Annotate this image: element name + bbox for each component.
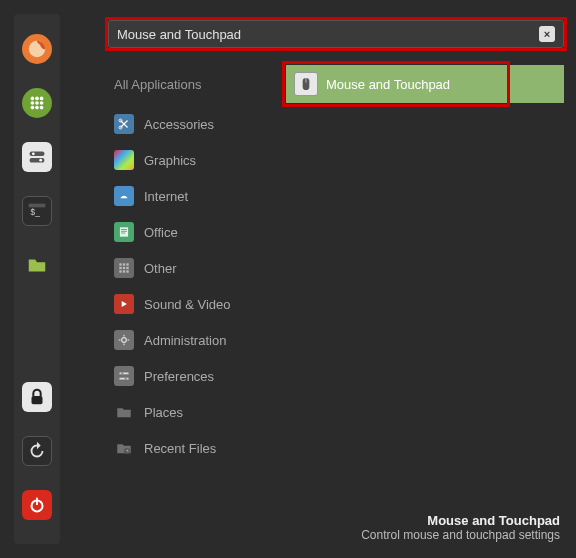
svg-rect-27 <box>126 263 128 265</box>
firefox-icon[interactable] <box>22 34 52 64</box>
category-label: Recent Files <box>144 441 216 456</box>
svg-rect-11 <box>30 158 45 163</box>
svg-rect-31 <box>119 270 121 272</box>
category-accessories[interactable]: Accessories <box>114 106 294 142</box>
category-list: All Applications Accessories Graphics In… <box>114 66 294 466</box>
svg-point-6 <box>40 101 44 105</box>
svg-point-41 <box>121 372 123 374</box>
preferences-icon <box>114 366 134 386</box>
svg-point-2 <box>35 97 39 101</box>
admin-icon <box>114 330 134 350</box>
svg-rect-28 <box>119 267 121 269</box>
apps-icon[interactable] <box>22 88 52 118</box>
mouse-icon <box>294 72 318 96</box>
svg-rect-30 <box>126 267 128 269</box>
svg-point-12 <box>32 152 35 155</box>
svg-rect-21 <box>120 227 128 236</box>
svg-rect-16 <box>32 396 43 404</box>
other-icon <box>114 258 134 278</box>
category-places[interactable]: Places <box>114 394 294 430</box>
svg-point-8 <box>35 106 39 110</box>
category-recent[interactable]: Recent Files <box>114 430 294 466</box>
tooltip-title: Mouse and Touchpad <box>361 513 560 528</box>
svg-rect-25 <box>119 263 121 265</box>
settings-icon[interactable] <box>22 142 52 172</box>
category-label: Graphics <box>144 153 196 168</box>
svg-point-5 <box>35 101 39 105</box>
svg-point-9 <box>40 106 44 110</box>
graphics-icon <box>114 150 134 170</box>
svg-rect-23 <box>121 231 127 232</box>
category-internet[interactable]: Internet <box>114 178 294 214</box>
svg-point-3 <box>40 97 44 101</box>
svg-text:$_: $_ <box>31 208 41 217</box>
search-bar[interactable]: × <box>108 20 564 48</box>
clear-search-icon[interactable]: × <box>539 26 555 42</box>
menu-main: × All Applications Accessories Graphics … <box>78 14 570 552</box>
svg-rect-10 <box>30 152 45 157</box>
category-administration[interactable]: Administration <box>114 322 294 358</box>
svg-rect-40 <box>119 378 128 380</box>
svg-point-34 <box>122 338 127 343</box>
favorites-panel: $_ <box>14 14 60 544</box>
category-graphics[interactable]: Graphics <box>114 142 294 178</box>
session-reload-icon[interactable] <box>22 436 52 466</box>
category-label: All Applications <box>114 77 201 92</box>
svg-rect-32 <box>123 270 125 272</box>
svg-rect-18 <box>36 498 38 505</box>
places-icon <box>114 402 134 422</box>
result-label: Mouse and Touchpad <box>326 77 450 92</box>
internet-icon <box>114 186 134 206</box>
tooltip-desc: Control mouse and touchpad settings <box>361 528 560 542</box>
category-preferences[interactable]: Preferences <box>114 358 294 394</box>
category-label: Internet <box>144 189 188 204</box>
svg-point-1 <box>31 97 35 101</box>
category-label: Administration <box>144 333 226 348</box>
category-label: Places <box>144 405 183 420</box>
svg-point-4 <box>31 101 35 105</box>
svg-rect-33 <box>126 270 128 272</box>
terminal-icon[interactable]: $_ <box>22 196 52 226</box>
search-input[interactable] <box>117 27 539 42</box>
category-label: Accessories <box>144 117 214 132</box>
sound-icon <box>114 294 134 314</box>
svg-rect-24 <box>121 233 125 234</box>
svg-point-13 <box>39 159 42 162</box>
category-sound[interactable]: Sound & Video <box>114 286 294 322</box>
category-label: Office <box>144 225 178 240</box>
category-other[interactable]: Other <box>114 250 294 286</box>
tooltip: Mouse and Touchpad Control mouse and tou… <box>361 513 560 542</box>
svg-point-42 <box>125 377 127 379</box>
category-label: Other <box>144 261 177 276</box>
svg-rect-29 <box>123 267 125 269</box>
category-all[interactable]: All Applications <box>114 66 294 102</box>
svg-point-7 <box>31 106 35 110</box>
result-mouse-touchpad[interactable]: Mouse and Touchpad <box>286 65 564 103</box>
category-office[interactable]: Office <box>114 214 294 250</box>
recent-icon <box>114 438 134 458</box>
files-icon[interactable] <box>22 250 52 280</box>
lock-icon[interactable] <box>22 382 52 412</box>
svg-rect-39 <box>119 373 128 375</box>
results-list: Mouse and Touchpad <box>286 65 564 103</box>
category-label: Sound & Video <box>144 297 231 312</box>
office-icon <box>114 222 134 242</box>
category-label: Preferences <box>144 369 214 384</box>
svg-rect-26 <box>123 263 125 265</box>
power-icon[interactable] <box>22 490 52 520</box>
scissors-icon <box>114 114 134 134</box>
svg-rect-22 <box>121 229 127 230</box>
